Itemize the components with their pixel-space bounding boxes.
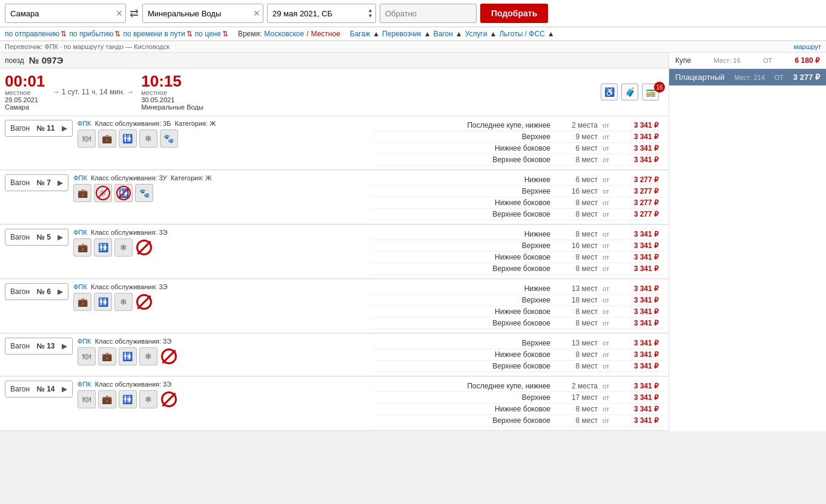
from-input[interactable] [5, 4, 126, 23]
seat-count: 8 мест [555, 362, 598, 370]
seat-row[interactable]: Последнее купе, нижнее 2 места от 3 341 … [373, 381, 664, 392]
seat-row[interactable]: Нижнее боковое 8 мест от 3 341 ₽ [371, 252, 664, 263]
bag-icon: 💼 [73, 184, 91, 202]
exchange-icon[interactable]: ⇄ [130, 7, 139, 20]
seat-row[interactable]: Нижнее боковое 8 мест от 3 277 ₽ [371, 197, 664, 209]
depart-city: Самара [5, 103, 45, 111]
wagon-select-btn-w13[interactable]: Вагон № 13 ▶ [5, 338, 73, 355]
carrier-link[interactable]: ФПК [78, 338, 91, 345]
sidebar-platzkart-row[interactable]: Плацкартный Мест: 214 ОТ 3 277 ₽ [669, 69, 826, 85]
carrier-link[interactable]: ФПК [78, 120, 91, 127]
seat-row[interactable]: Нижнее 8 мест от 3 341 ₽ [371, 229, 664, 240]
wagon-block-w11: Вагон № 11 ▶ФПК Класс обслуживания: 3Б К… [0, 116, 669, 170]
seat-row[interactable]: Верхнее 16 мест от 3 341 ₽ [371, 240, 664, 252]
kupe-seats: Мест: 16 [713, 57, 740, 64]
date-down-arrow[interactable]: ▼ [368, 13, 373, 19]
seat-row[interactable]: Нижнее боковое 8 мест от 3 341 ₽ [373, 349, 664, 361]
seat-price: 3 341 ₽ [620, 230, 659, 238]
route-link[interactable]: маршрут [794, 43, 821, 50]
wagon-arrow-icon: ▶ [62, 124, 67, 133]
seat-row[interactable]: Нижнее боковое 8 мест от 3 341 ₽ [371, 306, 664, 318]
seat-row[interactable]: Верхнее боковое 8 мест от 3 341 ₽ [373, 415, 664, 427]
filter-benefits[interactable]: Льготы / ФСС [499, 30, 544, 38]
arrive-date: 30.05.2021 [141, 96, 203, 103]
kupe-from: ОТ [763, 57, 772, 64]
seat-row[interactable]: Верхнее боковое 8 мест от 3 277 ₽ [371, 209, 664, 220]
wagon-block-w13: Вагон № 13 ▶ФПК Класс обслуживания: 3Э 🍽… [0, 334, 669, 376]
seat-row[interactable]: Нижнее 6 мест от 3 277 ₽ [371, 174, 664, 186]
sort-price[interactable]: по цене [195, 30, 221, 38]
dish-icon: 🍽 [78, 390, 96, 408]
seat-row[interactable]: Нижнее боковое 8 мест от 3 341 ₽ [373, 404, 664, 415]
arrive-time: 10:15 [141, 73, 203, 89]
wagon-number: № 7 [36, 178, 50, 187]
snow-crossed-icon: ❄ [94, 184, 112, 202]
wagon-arrow-icon: ▶ [58, 178, 63, 187]
wagon-select-btn-w7[interactable]: Вагон № 7 ▶ [5, 174, 68, 191]
seat-row[interactable]: Верхнее боковое 8 мест от 3 341 ₽ [373, 361, 664, 372]
sort-departure[interactable]: по отправлению [5, 30, 59, 38]
seat-row[interactable]: Нижнее 13 мест от 3 341 ₽ [371, 283, 664, 295]
seat-row[interactable]: Верхнее 9 мест от 3 341 ₽ [373, 131, 664, 143]
seat-row[interactable]: Последнее купе, нижнее 2 места от 3 341 … [373, 120, 664, 131]
return-input[interactable] [380, 4, 477, 23]
from-clear-btn[interactable]: ✕ [116, 8, 123, 18]
filter-wagon[interactable]: Вагон [434, 30, 453, 38]
main-layout: поезд № 097Э 00:01 местное 29.05.2021 Са… [0, 53, 826, 431]
seat-row[interactable]: Верхнее 17 мест от 3 341 ₽ [373, 392, 664, 404]
date-input[interactable] [267, 4, 376, 23]
depart-date: 29.05.2021 [5, 96, 45, 103]
wc-icon: 🚻 [94, 293, 112, 311]
seat-count: 8 мест [555, 198, 598, 207]
search-button[interactable]: Подобрать [480, 4, 548, 23]
seat-row[interactable]: Верхнее 18 мест от 3 341 ₽ [371, 295, 664, 306]
platzkart-from: ОТ [775, 74, 784, 81]
wagon-select-btn-w5[interactable]: Вагон № 5 ▶ [5, 229, 68, 246]
seat-row[interactable]: Верхнее боковое 8 мест от 3 341 ₽ [371, 318, 664, 329]
seat-row[interactable]: Верхнее 16 мест от 3 277 ₽ [371, 186, 664, 197]
sidebar-kupe-section: Купе Мест: 16 ОТ 6 180 ₽ [669, 53, 826, 69]
category: Категория: Ж [175, 120, 216, 127]
wagon-select-btn-w14[interactable]: Вагон № 14 ▶ [5, 381, 73, 398]
seat-count: 9 мест [555, 133, 598, 141]
wagon-block-w5: Вагон № 5 ▶ФПК Класс обслуживания: 3Э 💼🚻… [0, 225, 669, 279]
no-sign-icon [160, 347, 178, 365]
carrier-link[interactable]: ФПК [73, 283, 87, 290]
wagon-select-btn-w6[interactable]: Вагон № 6 ▶ [5, 283, 68, 300]
category: Категория: Ж [171, 174, 212, 182]
seat-price: 3 341 ₽ [620, 307, 659, 316]
seat-type: Верхнее [378, 133, 550, 141]
breadcrumb-text: Перевозчик: ФПК · по маршруту тандо — Ки… [5, 43, 170, 50]
time-local[interactable]: Местное [311, 30, 340, 38]
carrier-link[interactable]: ФПК [73, 229, 87, 236]
wagon-block-w14: Вагон № 14 ▶ФПК Класс обслуживания: 3Э 🍽… [0, 377, 669, 431]
seat-from-label: от [603, 156, 615, 163]
to-clear-btn[interactable]: ✕ [253, 8, 260, 18]
seat-from-label: от [603, 145, 615, 152]
wagon-select-btn-w11[interactable]: Вагон № 11 ▶ [5, 120, 73, 137]
seat-row[interactable]: Нижнее боковое 6 мест от 3 341 ₽ [373, 143, 664, 154]
service-class: Класс обслуживания: 3Б [95, 120, 171, 127]
bag-icon: 💼 [73, 293, 91, 311]
carrier-link[interactable]: ФПК [78, 381, 91, 388]
depart-time: 00:01 [5, 73, 45, 89]
seat-from-label: от [603, 265, 615, 272]
train-icons: ♿ 🧳 🚃 16 [601, 83, 664, 100]
seat-row[interactable]: Верхнее 13 мест от 3 341 ₽ [373, 338, 664, 349]
wagon-label: Вагон [10, 287, 30, 296]
filter-services[interactable]: Услуги [465, 30, 487, 38]
to-input[interactable] [142, 4, 263, 23]
time-moscow[interactable]: Московское [264, 30, 304, 38]
time-label: Время: [238, 30, 262, 38]
seat-price: 3 341 ₽ [620, 264, 659, 273]
seat-row[interactable]: Верхнее боковое 8 мест от 3 341 ₽ [373, 154, 664, 166]
seat-row[interactable]: Верхнее боковое 8 мест от 3 341 ₽ [371, 263, 664, 275]
wagon-arrow-icon: ▶ [58, 287, 63, 296]
sort-arrival[interactable]: по прибытию [69, 30, 113, 38]
filter-carrier[interactable]: Перевозчик [382, 30, 421, 38]
sort-duration[interactable]: по времени в пути [123, 30, 185, 38]
carrier-link[interactable]: ФПК [73, 174, 87, 182]
filter-baggage[interactable]: Багаж [350, 30, 370, 38]
filter-bar: по отправлению ⇅ по прибытию ⇅ по времен… [0, 27, 826, 41]
wagon-label: Вагон [10, 342, 30, 350]
